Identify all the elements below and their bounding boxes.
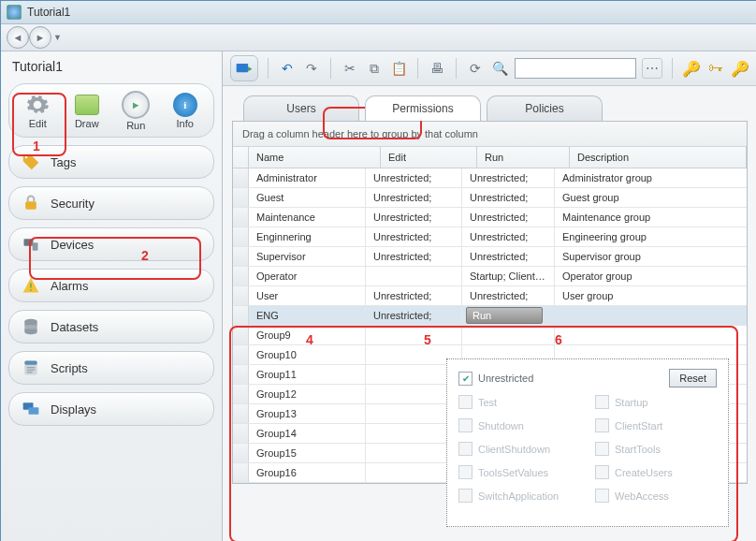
col-run[interactable]: Run [477,147,570,168]
cell-edit[interactable]: Unrestricted; [366,306,462,325]
reset-button[interactable]: Reset [669,369,717,387]
cell-name[interactable]: Operator [249,267,366,285]
cell-desc[interactable]: Maintenance group [555,208,747,227]
cell-desc[interactable]: Engineering group [555,227,747,246]
cell-edit[interactable]: Unrestricted; [366,286,462,305]
key-icon-1[interactable]: 🔑 [682,59,701,78]
nav-back-button[interactable]: ◄ [7,26,29,49]
cell-edit[interactable] [366,267,462,285]
table-row[interactable]: GuestUnrestricted;Unrestricted;Guest gro… [233,188,747,208]
cell-name[interactable]: Guest [249,188,366,207]
cell-name[interactable]: Group16 [249,463,366,482]
cut-button[interactable]: ✂ [341,59,359,78]
table-row[interactable]: ENGUnrestricted;Run [233,306,747,326]
cell-name[interactable]: Enginnering [249,227,366,246]
col-desc[interactable]: Description [570,147,747,168]
key-icon-2[interactable]: 🗝 [706,59,725,78]
run-combo[interactable]: Run [466,307,543,324]
sidebar-item-tags[interactable]: Tags [8,145,214,179]
col-name[interactable]: Name [249,147,381,168]
nav-forward-button[interactable]: ► [29,26,51,49]
sidebar-item-alarms[interactable]: Alarms [8,269,214,302]
cell-name[interactable]: ENG [249,306,366,325]
sidebar-item-devices[interactable]: Devices [8,227,214,261]
table-row[interactable]: MaintenanceUnrestricted;Unrestricted;Mai… [233,208,747,227]
cell-run[interactable]: Startup; Client… [462,267,555,285]
cell-run[interactable] [462,326,555,344]
cell-edit[interactable]: Unrestricted; [366,227,462,246]
cell-name[interactable]: Group13 [249,404,366,423]
cell-desc[interactable]: Operator group [555,267,747,285]
cell-desc[interactable]: Administrator group [555,168,747,187]
cell-name[interactable]: Maintenance [249,208,366,227]
perm-label: StartTools [615,444,661,455]
svg-rect-5 [30,289,32,291]
checkbox-icon [458,489,472,503]
cell-run[interactable]: Unrestricted; [462,208,555,227]
cell-edit[interactable]: Unrestricted; [366,208,462,227]
cell-desc[interactable]: Supervisor group [555,247,747,266]
cell-name[interactable]: Administrator [249,168,366,187]
cell-name[interactable]: Supervisor [249,247,366,266]
cell-run[interactable]: Unrestricted; [462,247,555,266]
cell-name[interactable]: Group15 [249,444,366,462]
tab-policies[interactable]: Policies [487,95,603,121]
cell-edit[interactable]: Unrestricted; [366,188,462,207]
svg-rect-1 [25,201,36,209]
table-row[interactable]: EnginneringUnrestricted;Unrestricted;Eng… [233,227,747,247]
info-button[interactable]: i Info [165,93,206,129]
edit-button[interactable]: Edit [17,93,58,129]
cell-name[interactable]: User [249,286,366,305]
sidebar-item-security[interactable]: Security [8,186,214,220]
cell-run[interactable]: Unrestricted; [462,168,555,187]
key-icon-3[interactable]: 🔑 [731,59,749,78]
cell-name[interactable]: Group14 [249,424,366,443]
unrestricted-checkbox[interactable]: ✔ Unrestricted [458,372,533,386]
cell-edit[interactable]: Unrestricted; [366,247,462,266]
cell-edit[interactable] [366,326,462,344]
copy-button[interactable]: ⧉ [365,59,384,78]
nav-history-dropdown[interactable]: ▼ [53,33,62,42]
search-input[interactable] [515,58,636,79]
refresh-button[interactable]: ⟳ [466,59,485,78]
table-row[interactable]: OperatorStartup; Client…Operator group [233,267,747,286]
cell-run[interactable]: Unrestricted; [462,188,555,207]
edit-label: Edit [29,118,47,129]
run-button[interactable]: ► Run [115,91,156,131]
sidebar-item-datasets[interactable]: Datasets [8,310,214,344]
cell-edit[interactable]: Unrestricted; [366,168,462,187]
table-row[interactable]: UserUnrestricted;Unrestricted;User group [233,286,747,306]
tab-users[interactable]: Users [243,95,359,121]
redo-button[interactable]: ↷ [302,59,321,78]
cell-desc[interactable]: Guest group [555,188,747,207]
cell-name[interactable]: Group10 [249,345,366,364]
cell-name[interactable]: Group11 [249,365,366,384]
table-row[interactable]: AdministratorUnrestricted;Unrestricted;A… [233,168,747,188]
cell-desc[interactable] [555,326,747,344]
tab-label: Policies [525,102,563,115]
checkbox-icon [458,395,472,409]
info-label: Info [177,118,194,129]
col-edit[interactable]: Edit [381,147,477,168]
zoom-button[interactable]: 🔍 [490,59,509,78]
print-button[interactable]: 🖶 [428,59,446,78]
cell-run[interactable]: Unrestricted; [462,227,555,246]
table-row[interactable]: Group9 [233,326,747,345]
tab-permissions[interactable]: Permissions [365,95,481,121]
perm-label: WebAccess [615,490,669,502]
sidebar-item-scripts[interactable]: Scripts [8,351,214,385]
cell-name[interactable]: Group12 [249,385,366,403]
cell-run[interactable]: Unrestricted; [462,286,555,305]
cell-desc[interactable] [547,306,747,325]
cell-desc[interactable]: User group [555,286,747,305]
table-row[interactable]: SupervisorUnrestricted;Unrestricted;Supe… [233,247,747,267]
draw-button[interactable]: Draw [66,93,108,129]
sidebar-item-displays[interactable]: Displays [8,392,214,426]
search-options-icon[interactable]: ⋯ [642,58,662,79]
cell-name[interactable]: Group9 [249,326,366,344]
cell-run[interactable]: Run [462,306,547,325]
perm-label: Shutdown [478,420,524,431]
undo-button[interactable]: ↶ [278,59,297,78]
paste-button[interactable]: 📋 [389,59,408,78]
group-by-hint[interactable]: Drag a column header here to group by th… [233,122,747,147]
